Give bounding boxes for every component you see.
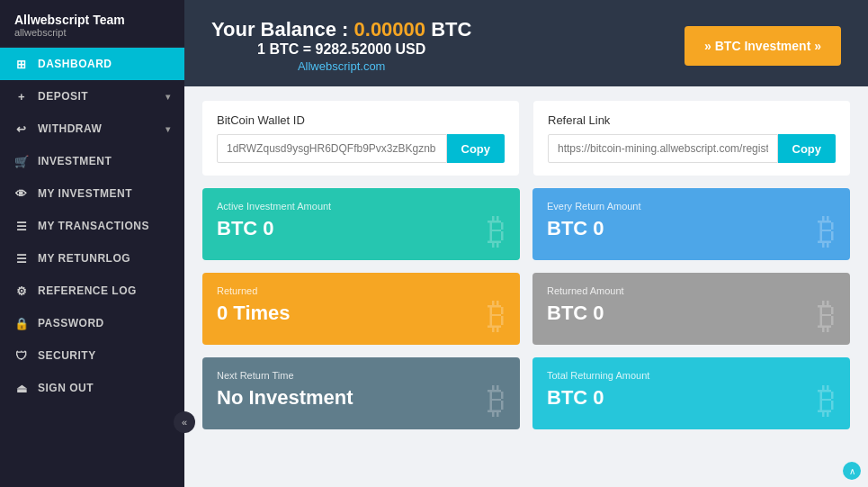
balance-amount: 0.00000 [354,18,426,41]
nav-label-my-returnlog: MY RETUNRLOG [38,252,130,265]
withdraw-icon: ↩ [14,122,29,136]
nav-label-reference-log: REFERENCE LOG [38,284,137,297]
stat-icon-active-investment: ₿ [488,211,506,251]
investment-icon: 🛒 [14,154,29,168]
stat-icon-total-returning: ₿ [818,380,836,420]
my-returnlog-icon: ☰ [14,251,29,266]
stat-value-active-investment: BTC 0 [217,217,506,240]
nav-label-security: SECURITY [38,349,96,362]
stat-label-every-return: Every Return Amount [547,201,836,212]
balance-prefix: Your Balance : [211,18,354,41]
stat-card-returned: Returned 0 Times ₿ [202,273,520,345]
bitcoin-input-row: Copy [217,134,505,163]
withdraw-arrow: ▾ [166,124,171,134]
main-header: Your Balance : 0.00000 BTC 1 BTC = 9282.… [184,0,868,86]
referral-link-label: Referal Link [548,113,836,127]
nav-label-my-investment: MY INVESTMENT [38,187,132,200]
reference-log-icon: ⚙ [14,284,29,298]
stat-value-total-returning: BTC 0 [547,386,836,410]
stat-value-every-return: BTC 0 [547,217,836,240]
team-sub: allwebscript [14,27,170,38]
sidebar-header: Allwebscript Team allwebscript [0,0,184,48]
stat-card-total-returning: Total Returning Amount BTC 0 ₿ [532,357,850,429]
bitcoin-copy-button[interactable]: Copy [447,134,506,163]
stat-value-returned-amount: BTC 0 [547,302,836,325]
nav-label-sign-out: SIGN OUT [38,382,94,394]
sidebar: Allwebscript Team allwebscript ⊞ DASHBOA… [0,0,184,487]
nav-label-password: PASSWORD [38,317,104,329]
my-investment-icon: 👁 [14,186,29,201]
sidebar-nav: ⊞ DASHBOARD + DEPOSIT ▾ ↩ WITHDRAW ▾ 🛒 I… [0,48,184,487]
sidebar-item-dashboard[interactable]: ⊞ DASHBOARD [0,48,184,80]
sidebar-item-my-returnlog[interactable]: ☰ MY RETUNRLOG [0,242,184,275]
stat-label-total-returning: Total Returning Amount [547,370,836,381]
content-area: BitCoin Wallet ID Copy Referal Link Copy… [184,86,868,487]
stat-card-active-investment: Active Investment Amount BTC 0 ₿ [202,188,520,260]
balance-rate: 1 BTC = 9282.52000 USD [211,41,471,58]
bitcoin-wallet-card: BitCoin Wallet ID Copy [202,101,519,176]
site-link[interactable]: Allwebscript.com [211,59,471,73]
deposit-icon: + [14,89,29,104]
balance-unit: BTC [425,18,471,41]
scroll-hint[interactable]: ∧ [843,462,861,480]
security-icon: 🛡 [14,348,29,363]
stat-value-returned: 0 Times [217,302,506,325]
referral-link-input[interactable] [548,134,778,163]
stats-grid: Active Investment Amount BTC 0 ₿ Every R… [202,188,850,429]
stat-card-every-return: Every Return Amount BTC 0 ₿ [532,188,850,260]
stat-icon-every-return: ₿ [818,211,836,251]
team-name: Allwebscript Team [14,13,170,27]
deposit-arrow: ▾ [166,92,171,102]
sidebar-item-sign-out[interactable]: ⏏ SIGN OUT [0,372,184,404]
balance-title: Your Balance : 0.00000 BTC [211,18,471,41]
sidebar-item-deposit[interactable]: + DEPOSIT ▾ [0,80,184,113]
btc-invest-button[interactable]: » BTC Investment » [685,26,841,66]
my-transactions-icon: ☰ [14,219,29,233]
sidebar-item-withdraw[interactable]: ↩ WITHDRAW ▾ [0,113,184,145]
referral-link-card: Referal Link Copy [533,101,850,176]
referral-copy-button[interactable]: Copy [778,134,837,163]
nav-label-withdraw: WITHDRAW [38,122,102,135]
nav-label-deposit: DEPOSIT [38,90,88,103]
sidebar-item-my-investment[interactable]: 👁 MY INVESTMENT [0,177,184,210]
dashboard-icon: ⊞ [14,57,29,71]
stat-icon-returned: ₿ [488,295,506,336]
main-content: Your Balance : 0.00000 BTC 1 BTC = 9282.… [184,0,868,487]
stat-label-next-return: Next Return Time [217,370,506,381]
referral-input-row: Copy [548,134,836,163]
sidebar-item-security[interactable]: 🛡 SECURITY [0,339,184,372]
stat-label-returned: Returned [217,285,506,296]
stat-icon-returned-amount: ₿ [818,295,836,336]
stat-card-returned-amount: Returned Amount BTC 0 ₿ [532,273,850,345]
stat-card-next-return: Next Return Time No Investment ₿ [202,357,520,429]
password-icon: 🔒 [14,316,29,330]
stat-icon-next-return: ₿ [488,380,506,420]
nav-label-dashboard: DASHBOARD [38,58,112,70]
sidebar-item-my-transactions[interactable]: ☰ MY TRANSACTIONS [0,210,184,242]
stat-value-next-return: No Investment [217,386,506,410]
sidebar-item-password[interactable]: 🔒 PASSWORD [0,307,184,339]
nav-label-investment: INVESTMENT [38,155,112,167]
balance-info: Your Balance : 0.00000 BTC 1 BTC = 9282.… [211,18,471,73]
bitcoin-wallet-label: BitCoin Wallet ID [217,113,505,127]
stat-label-active-investment: Active Investment Amount [217,201,506,212]
bitcoin-wallet-input[interactable] [217,134,447,163]
sign-out-icon: ⏏ [14,381,29,395]
sidebar-collapse-button[interactable]: « [174,411,195,433]
stat-label-returned-amount: Returned Amount [547,285,836,296]
nav-label-my-transactions: MY TRANSACTIONS [38,220,149,232]
sidebar-item-reference-log[interactable]: ⚙ REFERENCE LOG [0,275,184,307]
wallet-row: BitCoin Wallet ID Copy Referal Link Copy [202,101,850,176]
sidebar-item-investment[interactable]: 🛒 INVESTMENT [0,145,184,177]
